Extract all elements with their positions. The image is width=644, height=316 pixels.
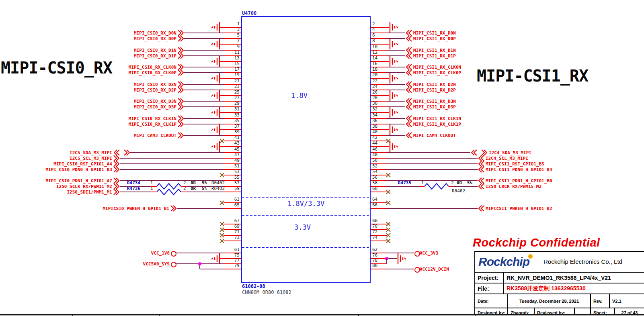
net-label[interactable]: MIPI_CSI0_RX_CLK1P: [129, 122, 176, 127]
wire[interactable]: [387, 135, 405, 136]
net-label[interactable]: MIPI_CSI1_RX_D1N: [413, 48, 456, 53]
net-label[interactable]: MIPI_CSI1_PDN0_H_GPIO1_B4: [486, 167, 552, 172]
power-net-label[interactable]: VCC5V0_SYS: [143, 261, 170, 267]
resistor-refdes[interactable]: R4734: [127, 180, 140, 186]
ground-symbol-icon[interactable]: [389, 106, 400, 119]
net-label[interactable]: MIPI_CSI0_RX_CLK1N: [129, 116, 176, 121]
wire[interactable]: [120, 163, 224, 164]
port-chevron-icon[interactable]: [405, 132, 412, 139]
wire[interactable]: [181, 192, 187, 192]
net-label[interactable]: MIPI_CSI0_RX_D2N: [134, 82, 176, 87]
no-connect-icon[interactable]: [386, 189, 391, 195]
chip-U4700[interactable]: [241, 16, 371, 283]
port-chevron-icon[interactable]: [478, 205, 485, 212]
net-label[interactable]: I2C4_SDA_M3_MIPI: [489, 150, 531, 155]
net-label[interactable]: MIPI_CSI0_RST_GPIO1_A4: [53, 161, 112, 167]
wire[interactable]: [120, 192, 151, 192]
wire[interactable]: [120, 158, 224, 159]
wire[interactable]: [184, 118, 224, 119]
wire[interactable]: [184, 84, 224, 85]
ground-symbol-icon[interactable]: [210, 55, 220, 68]
wire[interactable]: [387, 50, 405, 51]
ground-symbol-icon[interactable]: [210, 38, 220, 51]
net-label[interactable]: MIPI_CSI0_PDN0_H_GPIO1_B3: [45, 167, 112, 172]
wire[interactable]: [387, 152, 470, 153]
no-connect-icon[interactable]: [386, 227, 391, 233]
resistor-symbol[interactable]: [425, 183, 449, 190]
wire[interactable]: [224, 208, 241, 209]
wire[interactable]: [387, 101, 405, 102]
wire[interactable]: [387, 186, 420, 187]
power-port-icon[interactable]: [414, 251, 420, 257]
port-chevron-icon[interactable]: [177, 35, 185, 42]
wire[interactable]: [387, 158, 478, 159]
port-chevron-icon[interactable]: [177, 104, 185, 110]
net-label[interactable]: MIPI_CAM3_CLKOUT: [134, 133, 176, 138]
wire[interactable]: [420, 186, 425, 187]
wire[interactable]: [184, 33, 224, 33]
no-connect-icon[interactable]: [386, 172, 391, 178]
wire[interactable]: [370, 269, 387, 269]
port-chevron-icon[interactable]: [405, 69, 412, 76]
ground-symbol-icon[interactable]: [210, 21, 220, 34]
net-label[interactable]: MIPI_CSI1_RX_CLK0P: [413, 70, 461, 75]
wire[interactable]: [177, 208, 224, 209]
net-label[interactable]: MIPICSI0_PWREN_H_GPIO1_B1: [103, 206, 169, 211]
net-label[interactable]: I2C5_SDA_M3_MIPI: [70, 150, 112, 155]
port-chevron-icon[interactable]: [405, 104, 412, 110]
ground-symbol-icon[interactable]: [389, 141, 400, 153]
net-label[interactable]: MIPI_CSI0_PDN1_H_GPIO1_A7: [45, 178, 112, 183]
ground-symbol-icon[interactable]: [210, 72, 220, 85]
no-connect-icon[interactable]: [219, 232, 225, 239]
net-label[interactable]: MIPI_CSI0_RX_D2P: [134, 88, 176, 93]
wire[interactable]: [387, 269, 414, 269]
port-chevron-icon[interactable]: [113, 166, 120, 173]
power-net-label[interactable]: VCC_1V8: [151, 251, 170, 256]
ground-symbol-icon[interactable]: [210, 124, 220, 136]
port-chevron-icon[interactable]: [478, 166, 485, 173]
wire[interactable]: [151, 192, 157, 192]
no-connect-icon[interactable]: [219, 238, 225, 244]
port-chevron-icon[interactable]: [405, 121, 412, 128]
net-label[interactable]: MIPI_CSI0_RX_D0P: [134, 36, 176, 41]
power-port-icon[interactable]: [414, 267, 420, 273]
net-label[interactable]: MIPI_CSI0_RX_CLK0N: [129, 65, 176, 70]
wire[interactable]: [370, 208, 387, 209]
power-port-icon[interactable]: [171, 262, 176, 267]
port-chevron-icon[interactable]: [177, 53, 185, 59]
no-connect-icon[interactable]: [219, 200, 225, 206]
net-label[interactable]: MIPI_CSI0_RX_D0N: [134, 31, 176, 36]
ground-symbol-icon[interactable]: [397, 253, 408, 265]
ground-symbol-icon[interactable]: [210, 141, 220, 153]
net-label[interactable]: MIPI_CSI1_RX_D2N: [413, 82, 456, 87]
wire[interactable]: [387, 67, 405, 67]
ground-symbol-icon[interactable]: [210, 90, 220, 102]
wire[interactable]: [224, 269, 241, 269]
net-label[interactable]: MIPI_CSI1_RX_CLK1P: [413, 122, 461, 127]
net-label[interactable]: MIPI_CSI1_RX_D1P: [413, 53, 456, 59]
net-label[interactable]: MIPI_CSI1_RX_D0N: [413, 31, 456, 36]
net-label[interactable]: MIPI_CAM4_CLKOUT: [413, 133, 456, 138]
wire[interactable]: [453, 186, 478, 187]
port-chevron-icon[interactable]: [170, 205, 177, 212]
ground-symbol-icon[interactable]: [389, 90, 400, 102]
no-connect-icon[interactable]: [219, 221, 225, 227]
net-label[interactable]: MIPI_CSI1_RX_CLK1N: [413, 116, 461, 121]
wire[interactable]: [224, 192, 241, 192]
wire[interactable]: [387, 208, 478, 209]
ground-symbol-icon[interactable]: [389, 72, 400, 85]
resistor-refdes[interactable]: R4736: [127, 186, 140, 191]
power-net-label[interactable]: VCC_3V3: [420, 251, 438, 256]
no-connect-icon[interactable]: [219, 227, 225, 233]
net-label[interactable]: MIPI_CSI1_RST_GPIO1_B5: [486, 161, 544, 167]
net-label[interactable]: I2S0_LRCK_RX/PWM15_M2: [486, 184, 541, 189]
net-label[interactable]: I2C5_SCL_M3_MIPI: [70, 156, 112, 161]
wire[interactable]: [387, 84, 405, 85]
no-connect-icon[interactable]: [386, 200, 391, 206]
port-chevron-icon[interactable]: [405, 35, 412, 42]
net-label[interactable]: MIPI_CSI1_RX_D2P: [413, 88, 456, 93]
wire[interactable]: [224, 241, 241, 241]
chip-refdes[interactable]: U4700: [242, 10, 256, 16]
wire[interactable]: [200, 269, 224, 269]
net-label[interactable]: MIPI_CSI1_RX_CLK0N: [413, 65, 461, 70]
